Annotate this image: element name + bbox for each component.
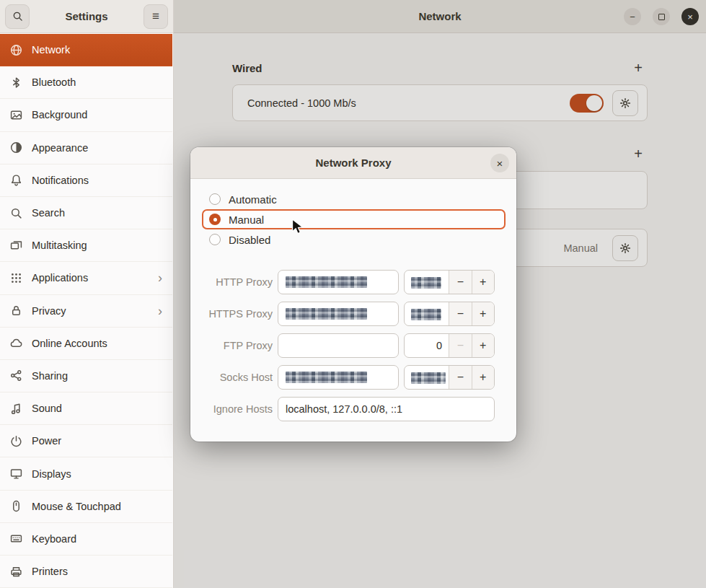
https-port-value[interactable] bbox=[405, 302, 449, 325]
ignore-hosts-input-wrap bbox=[278, 397, 495, 421]
sidebar-item-label: Privacy bbox=[32, 305, 149, 317]
sidebar-title: Settings bbox=[30, 10, 144, 22]
sidebar-list: Network Bluetooth Background Appearance … bbox=[0, 34, 172, 588]
http-port-value[interactable] bbox=[405, 271, 449, 294]
wired-section-title: Wired bbox=[232, 62, 262, 74]
cloud-icon bbox=[10, 337, 22, 349]
https-proxy-input-wrap bbox=[278, 302, 399, 326]
sidebar-item-label: Keyboard bbox=[32, 533, 162, 545]
sidebar-item-notifications[interactable]: Notifications bbox=[0, 164, 172, 197]
http-proxy-row: HTTP Proxy − + bbox=[190, 270, 516, 294]
ftp-proxy-row: FTP Proxy 0 − + bbox=[190, 333, 516, 358]
wired-toggle[interactable] bbox=[570, 94, 604, 113]
chevron-right-icon: › bbox=[158, 271, 162, 284]
spin-plus-button[interactable]: + bbox=[472, 334, 494, 357]
sidebar-item-power[interactable]: Power bbox=[0, 425, 172, 457]
sidebar-item-label: Background bbox=[32, 109, 162, 120]
sidebar-item-privacy[interactable]: Privacy › bbox=[0, 295, 172, 328]
http-proxy-label: HTTP Proxy bbox=[190, 276, 273, 288]
share-nodes-icon bbox=[10, 369, 22, 382]
close-window-button[interactable]: × bbox=[681, 8, 699, 25]
redacted-host-value bbox=[286, 372, 367, 383]
ftp-proxy-label: FTP Proxy bbox=[190, 340, 273, 351]
radio-row-manual[interactable]: Manual bbox=[202, 209, 506, 229]
search-icon bbox=[10, 207, 22, 219]
redacted-port-value bbox=[411, 309, 441, 320]
main-headerbar: Network − × bbox=[174, 0, 706, 33]
sidebar-item-network[interactable]: Network bbox=[0, 34, 172, 66]
sidebar-item-sharing[interactable]: Sharing bbox=[0, 360, 172, 392]
sidebar-item-label: Bluetooth bbox=[32, 76, 162, 88]
spin-plus-button[interactable]: + bbox=[472, 271, 494, 294]
http-port-spinbox: − + bbox=[404, 270, 495, 294]
sidebar-item-keyboard[interactable]: Keyboard bbox=[0, 523, 172, 556]
proxy-mode-options: Automatic Manual Disabled bbox=[202, 189, 506, 250]
spin-plus-button[interactable]: + bbox=[472, 366, 494, 389]
radio-row-disabled[interactable]: Disabled bbox=[202, 229, 506, 250]
power-icon bbox=[10, 435, 22, 447]
sidebar-item-label: Appearance bbox=[32, 142, 162, 154]
ignore-hosts-row: Ignore Hosts bbox=[190, 397, 516, 421]
proxy-mode-label: Manual bbox=[563, 242, 598, 254]
socks-host-label: Socks Host bbox=[190, 372, 273, 383]
sidebar-item-sound[interactable]: Sound bbox=[0, 392, 172, 425]
ftp-port-value[interactable]: 0 bbox=[405, 334, 449, 357]
music-note-icon bbox=[10, 403, 22, 415]
background-image-icon bbox=[10, 109, 22, 121]
proxy-settings-button[interactable] bbox=[612, 235, 638, 261]
network-globe-icon bbox=[10, 44, 22, 56]
dialog-close-button[interactable]: × bbox=[490, 154, 509, 172]
dialog-headerbar: Network Proxy × bbox=[190, 147, 516, 179]
mouse-icon bbox=[10, 500, 22, 512]
http-proxy-input-wrap bbox=[278, 270, 399, 294]
sidebar-item-background[interactable]: Background bbox=[0, 99, 172, 131]
network-proxy-dialog: Network Proxy × Automatic Manual Disable… bbox=[190, 147, 516, 442]
socks-host-row: Socks Host − + bbox=[190, 365, 516, 390]
wired-status-label: Connected - 1000 Mb/s bbox=[247, 97, 570, 109]
sidebar-item-bluetooth[interactable]: Bluetooth bbox=[0, 66, 172, 99]
sidebar-item-label: Applications bbox=[32, 272, 149, 284]
sidebar-item-label: Printers bbox=[32, 566, 162, 577]
wired-section-header: Wired + bbox=[232, 59, 648, 76]
maximize-button[interactable] bbox=[653, 8, 670, 25]
sidebar-item-mouse-touchpad[interactable]: Mouse & Touchpad bbox=[0, 491, 172, 523]
sidebar-item-printers[interactable]: Printers bbox=[0, 556, 172, 588]
sidebar-item-multitasking[interactable]: Multitasking bbox=[0, 229, 172, 262]
https-proxy-row: HTTPS Proxy − + bbox=[190, 302, 516, 326]
radio-label: Disabled bbox=[229, 234, 270, 246]
sidebar-item-applications[interactable]: Applications › bbox=[0, 262, 172, 294]
spin-minus-button[interactable]: − bbox=[449, 271, 471, 294]
close-icon: × bbox=[687, 12, 693, 22]
chevron-right-icon: › bbox=[158, 304, 162, 317]
ftp-proxy-input-wrap bbox=[278, 333, 399, 358]
redacted-host-value bbox=[286, 276, 367, 288]
radio-checked-icon bbox=[209, 214, 221, 225]
sidebar-item-search[interactable]: Search bbox=[0, 197, 172, 229]
sidebar-item-label: Notifications bbox=[32, 175, 162, 186]
sidebar-item-label: Network bbox=[32, 44, 162, 56]
redacted-port-value bbox=[411, 277, 441, 289]
sidebar-item-displays[interactable]: Displays bbox=[0, 457, 172, 490]
radio-row-automatic[interactable]: Automatic bbox=[202, 189, 506, 209]
ftp-port-spinbox: 0 − + bbox=[404, 333, 495, 358]
ftp-proxy-input[interactable] bbox=[278, 333, 399, 358]
sidebar-item-label: Search bbox=[32, 207, 162, 219]
spin-minus-button[interactable]: − bbox=[449, 366, 471, 389]
ignore-hosts-input[interactable] bbox=[278, 397, 495, 421]
sidebar-item-appearance[interactable]: Appearance bbox=[0, 132, 172, 164]
spin-minus-button[interactable]: − bbox=[449, 334, 471, 357]
search-button[interactable] bbox=[5, 4, 30, 29]
minimize-button[interactable]: − bbox=[624, 8, 641, 25]
socks-port-value[interactable] bbox=[405, 366, 449, 389]
sidebar-item-online-accounts[interactable]: Online Accounts bbox=[0, 328, 172, 360]
apps-grid-icon bbox=[10, 272, 22, 284]
appearance-icon bbox=[10, 141, 22, 154]
add-wired-button[interactable]: + bbox=[629, 58, 648, 77]
spin-plus-button[interactable]: + bbox=[472, 302, 494, 325]
sidebar-item-label: Displays bbox=[32, 468, 162, 480]
spin-minus-button[interactable]: − bbox=[449, 302, 471, 325]
wired-settings-button[interactable] bbox=[612, 90, 638, 116]
redacted-host-value bbox=[286, 308, 367, 320]
menu-button[interactable]: ≡ bbox=[144, 4, 168, 29]
add-vpn-button[interactable]: + bbox=[629, 144, 648, 163]
